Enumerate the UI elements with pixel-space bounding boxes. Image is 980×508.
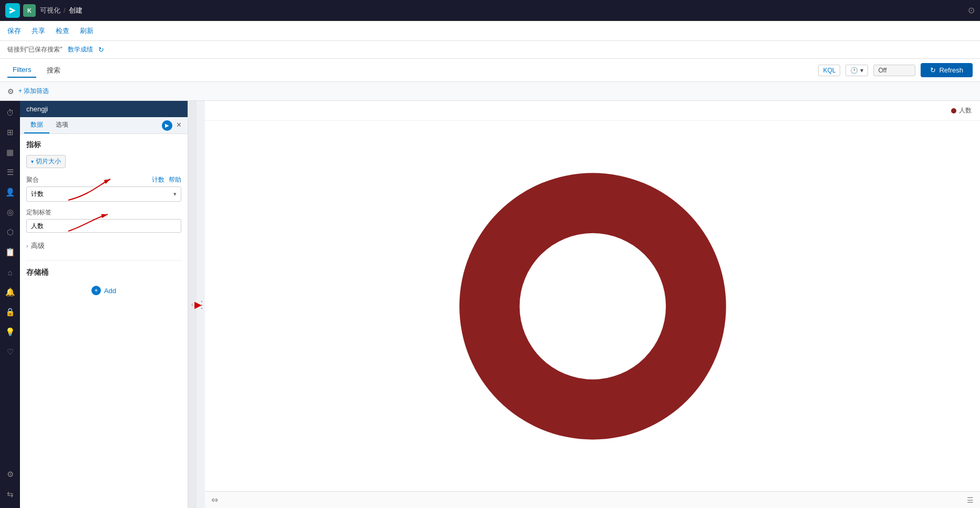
metrics-section: 指标 ▾ 切片大小 聚合 计数 帮助 bbox=[26, 140, 181, 253]
tab-data[interactable]: 数据 bbox=[24, 117, 49, 133]
search-tab[interactable]: 搜索 bbox=[42, 63, 66, 78]
add-bucket-button[interactable]: + Add bbox=[26, 283, 181, 298]
legend-color-dot bbox=[951, 108, 956, 113]
main-content: ⏱ ⊞ ▦ ☰ 👤 ◎ ⬡ 📋 ⌂ 🔔 🔒 💡 ♡ ⚙ ⇆ chengji 数据… bbox=[0, 101, 980, 508]
breadcrumb-create: 创建 bbox=[69, 6, 82, 15]
breadcrumb-vis[interactable]: 可视化 bbox=[40, 6, 60, 15]
metrics-title: 指标 bbox=[26, 140, 181, 150]
filter-gear-icon[interactable]: ⚙ bbox=[7, 87, 14, 96]
panel-run-icon[interactable]: ▶ bbox=[162, 120, 172, 131]
visualization-editor-panel: chengji 数据 选项 ▶ × 指标 ▾ 切片大小 bbox=[20, 101, 188, 508]
aggregation-links: 计数 帮助 bbox=[152, 175, 181, 184]
nav-icon-lock[interactable]: 🔒 bbox=[3, 305, 17, 319]
advanced-chevron-icon: › bbox=[26, 243, 28, 249]
collapse-chevron-icon: ‹ bbox=[191, 301, 193, 308]
nav-icon-tool[interactable]: 💡 bbox=[3, 325, 17, 339]
custom-label-title: 定制标签 bbox=[26, 208, 51, 217]
chart-header: 人数 bbox=[205, 101, 980, 121]
bottom-bar: ⇔ ☰ bbox=[205, 491, 980, 508]
refresh-action-button[interactable]: 刷新 bbox=[80, 26, 94, 36]
add-label: Add bbox=[104, 287, 116, 295]
filters-tab[interactable]: Filters bbox=[7, 63, 36, 78]
panel-collapse-handle[interactable]: ‹ bbox=[188, 101, 197, 508]
help-link[interactable]: 帮助 bbox=[169, 175, 181, 184]
kql-button[interactable]: KQL bbox=[818, 65, 840, 76]
time-picker[interactable]: 🕐 ▾ bbox=[845, 65, 868, 76]
donut-inner-hole bbox=[519, 233, 665, 379]
chevron-down-icon: ▾ bbox=[31, 159, 34, 164]
plus-circle-icon: + bbox=[91, 286, 101, 295]
count-link[interactable]: 计数 bbox=[152, 175, 164, 184]
storage-section: 存储桶 + Add bbox=[26, 268, 181, 298]
nav-icon-shield[interactable]: ⬡ bbox=[3, 225, 17, 240]
nav-icon-expand[interactable]: ⇆ bbox=[3, 487, 17, 502]
nav-icon-person[interactable]: 👤 bbox=[3, 185, 17, 200]
global-settings-icon[interactable]: ⊙ bbox=[968, 5, 975, 15]
nav-icon-grid[interactable]: ▦ bbox=[3, 145, 17, 160]
select-chevron-icon: ▾ bbox=[173, 191, 177, 198]
app-icon: K bbox=[23, 4, 36, 17]
advanced-row[interactable]: › 高级 bbox=[26, 239, 181, 253]
breadcrumb: 可视化 / 创建 bbox=[40, 6, 82, 15]
panel-header: chengji bbox=[20, 101, 188, 117]
legend-label: 人数 bbox=[959, 106, 972, 115]
filter-bar: Filters 搜索 KQL 🕐 ▾ Off ↻ Refresh bbox=[0, 59, 980, 82]
filter-settings-bar: ⚙ + 添加筛选 bbox=[0, 82, 980, 101]
aggregation-label: 聚合 bbox=[26, 175, 39, 184]
aggregation-select[interactable]: 计数 ▾ bbox=[26, 186, 181, 202]
panel-content: 指标 ▾ 切片大小 聚合 计数 帮助 bbox=[20, 134, 188, 508]
action-bar: 保存 共享 检查 刷新 bbox=[0, 21, 980, 41]
nav-icon-clock[interactable]: ⏱ bbox=[3, 105, 17, 120]
top-navigation-bar: K 可视化 / 创建 ⊙ bbox=[0, 0, 980, 21]
nav-icon-settings[interactable]: ⚙ bbox=[3, 467, 17, 482]
link-name[interactable]: 数学成绩 bbox=[68, 45, 93, 54]
refresh-button[interactable]: ↻ Refresh bbox=[921, 63, 973, 77]
share-button[interactable]: 共享 bbox=[32, 26, 45, 36]
panel-close-icon[interactable]: × bbox=[174, 120, 183, 131]
inspect-button[interactable]: 检查 bbox=[56, 26, 69, 36]
storage-title: 存储桶 bbox=[26, 268, 181, 277]
chart-area: 人数 ⇔ ☰ bbox=[205, 101, 980, 508]
kibana-logo-icon bbox=[8, 6, 17, 15]
custom-label-row: 定制标签 bbox=[26, 208, 181, 217]
add-filter-button[interactable]: + 添加筛选 bbox=[18, 87, 49, 96]
auto-refresh-off: Off bbox=[873, 65, 915, 76]
panel-tabs: 数据 选项 ▶ × bbox=[20, 117, 188, 134]
logo-kibana[interactable]: K bbox=[5, 3, 36, 18]
section-divider bbox=[26, 260, 181, 261]
donut-chart-svg bbox=[440, 154, 745, 459]
three-dots-menu[interactable]: ⋮ bbox=[197, 101, 205, 508]
breadcrumb-sep: / bbox=[64, 6, 66, 14]
nav-icon-bell[interactable]: 🔔 bbox=[3, 285, 17, 299]
aggregation-label-row: 聚合 计数 帮助 bbox=[26, 175, 181, 184]
aggregation-value: 计数 bbox=[31, 190, 44, 199]
left-navigation: ⏱ ⊞ ▦ ☰ 👤 ◎ ⬡ 📋 ⌂ 🔔 🔒 💡 ♡ ⚙ ⇆ bbox=[0, 101, 20, 508]
link-prefix: 链接到"已保存搜索" bbox=[7, 45, 63, 54]
refresh-icon: ↻ bbox=[930, 66, 936, 74]
nav-icon-book[interactable]: 📋 bbox=[3, 245, 17, 260]
link-refresh-icon[interactable]: ↻ bbox=[98, 46, 104, 54]
tab-options[interactable]: 选项 bbox=[49, 117, 75, 133]
slice-size-row: ▾ 切片大小 bbox=[26, 155, 181, 168]
custom-label-input[interactable] bbox=[26, 219, 181, 233]
link-bar: 链接到"已保存搜索" 数学成绩 ↻ bbox=[0, 41, 980, 59]
expand-icon[interactable]: ⇔ bbox=[211, 495, 218, 505]
slice-size-button[interactable]: ▾ 切片大小 bbox=[26, 155, 66, 168]
nav-icon-heart[interactable]: ♡ bbox=[3, 345, 17, 359]
advanced-label: 高级 bbox=[31, 241, 45, 251]
list-view-icon[interactable]: ☰ bbox=[967, 496, 974, 504]
nav-icon-list[interactable]: ☰ bbox=[3, 165, 17, 180]
nav-icon-tag[interactable]: ⌂ bbox=[3, 265, 17, 279]
save-button[interactable]: 保存 bbox=[7, 26, 21, 36]
refresh-label: Refresh bbox=[939, 66, 963, 74]
clock-chevron: ▾ bbox=[860, 67, 863, 74]
panel-title: chengji bbox=[26, 105, 48, 113]
clock-icon: 🕐 bbox=[850, 67, 858, 74]
nav-icon-home[interactable]: ⊞ bbox=[3, 125, 17, 140]
legend-item: 人数 bbox=[951, 106, 972, 115]
slice-size-label: 切片大小 bbox=[36, 157, 61, 166]
chart-body bbox=[205, 121, 980, 491]
nav-icon-chart[interactable]: ◎ bbox=[3, 205, 17, 220]
